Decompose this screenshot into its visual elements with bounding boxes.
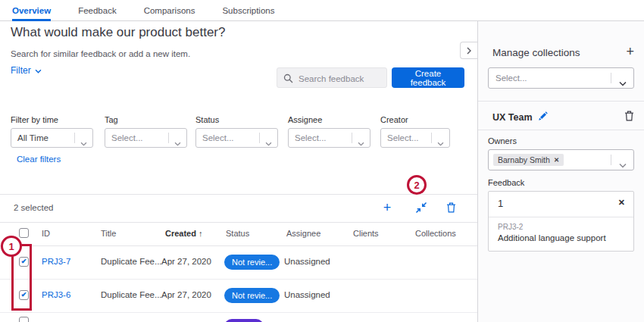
chevron-down-icon: [35, 65, 42, 76]
bulk-action-bar: 2 selected +: [0, 194, 477, 223]
remove-owner-icon[interactable]: ✕: [554, 156, 559, 164]
feedback-id-link[interactable]: PRJ3-7: [42, 257, 70, 266]
owners-select[interactable]: Barnaby Smith ✕: [488, 149, 634, 170]
filter-value-tag: Select...: [111, 129, 143, 147]
filter-select-status[interactable]: Select...: [195, 128, 278, 148]
filter-select-tag[interactable]: Select...: [105, 128, 187, 148]
col-title[interactable]: Title: [101, 229, 116, 238]
create-feedback-button[interactable]: Create feedback: [392, 67, 464, 88]
col-created[interactable]: Created ↑: [165, 229, 203, 238]
chevron-right-icon: [467, 44, 471, 58]
filter-value-creator: Select...: [387, 129, 419, 147]
clear-filters-link[interactable]: Clear filters: [17, 155, 61, 164]
collapse-panel-button[interactable]: [460, 42, 477, 59]
main-panel: What would make our product better? Sear…: [0, 21, 477, 322]
divider: [478, 101, 644, 102]
feedback-collection-box: 1 ✕ PRJ3-2 Additional language support: [488, 191, 634, 252]
add-to-collection-icon[interactable]: +: [380, 200, 395, 215]
delete-feedback-icon[interactable]: [443, 200, 458, 215]
tab-comparisons[interactable]: Comparisons: [144, 0, 195, 20]
sort-asc-icon: ↑: [199, 229, 203, 238]
tab-bar: Overview Feedback Comparisons Subscripti…: [0, 0, 644, 21]
search-input[interactable]: [297, 68, 385, 89]
feedback-title: Duplicate Fee...: [101, 290, 162, 299]
tab-feedback[interactable]: Feedback: [78, 0, 117, 20]
tab-overview[interactable]: Overview: [12, 0, 51, 20]
table-row-partial: [0, 312, 477, 322]
feedback-assignee: Unassigned: [284, 290, 330, 299]
col-status[interactable]: Status: [226, 229, 249, 238]
status-badge[interactable]: [224, 319, 264, 322]
chevron-down-icon: [265, 136, 272, 149]
owner-chip: Barnaby Smith ✕: [493, 154, 564, 166]
page-title: What would make our product better?: [11, 25, 225, 40]
collection-name: UX Team: [492, 111, 548, 123]
close-icon[interactable]: ✕: [618, 198, 625, 208]
feedback-created: Apr 27, 2020: [161, 290, 211, 299]
chevron-down-icon: [174, 136, 181, 149]
page-subtitle: Search for similar feedback or add a new…: [11, 49, 190, 58]
chevron-down-icon: [437, 136, 444, 149]
filter-label-creator: Creator: [380, 115, 408, 124]
feedback-label: Feedback: [488, 178, 524, 187]
tab-subscriptions[interactable]: Subscriptions: [222, 0, 274, 20]
feedback-item-id: PRJ3-2: [498, 223, 523, 231]
manage-collections-panel: Manage collections + Select... UX Team O…: [477, 21, 644, 322]
status-badge[interactable]: Not revie...: [224, 255, 280, 270]
owners-label: Owners: [488, 136, 517, 145]
filter-toggle[interactable]: Filter: [11, 65, 42, 76]
feedback-created: Apr 27, 2020: [161, 257, 211, 266]
table-header: ID Title Created ↑ Status Assignee Clien…: [0, 221, 477, 246]
col-id[interactable]: ID: [42, 229, 50, 238]
selected-count: 2 selected: [14, 203, 53, 212]
filter-label-time: Filter by time: [11, 115, 58, 124]
add-collection-icon[interactable]: +: [626, 45, 634, 58]
feedback-id-link[interactable]: PRJ3-6: [42, 290, 70, 299]
select-all-checkbox[interactable]: [19, 228, 29, 238]
feedback-app: Overview Feedback Comparisons Subscripti…: [0, 0, 644, 322]
feedback-assignee: Unassigned: [284, 257, 330, 266]
collection-select[interactable]: Select...: [488, 67, 634, 89]
table-row: ✔ PRJ3-7 Duplicate Fee... Apr 27, 2020 N…: [0, 245, 477, 280]
filter-select-creator[interactable]: Select...: [380, 128, 450, 148]
annotation-step-2: 2: [407, 175, 427, 195]
divider: [489, 217, 633, 217]
filter-label-tag: Tag: [105, 115, 118, 124]
filter-label-assignee: Assignee: [288, 115, 322, 124]
col-clients[interactable]: Clients: [353, 229, 379, 238]
delete-collection-icon[interactable]: [624, 111, 634, 124]
filter-select-assignee[interactable]: Select...: [288, 128, 370, 148]
table-row: ✔ PRJ3-6 Duplicate Fee... Apr 27, 2020 N…: [0, 279, 477, 313]
chevron-down-icon: [80, 136, 87, 149]
chevron-down-icon: [619, 158, 627, 171]
filter-value-time: All Time: [17, 129, 48, 147]
filter-label-status: Status: [195, 115, 219, 124]
col-assignee[interactable]: Assignee: [286, 229, 320, 238]
row-checkbox[interactable]: [19, 317, 29, 322]
feedback-count: 1: [498, 198, 503, 209]
edit-pencil-icon[interactable]: [538, 111, 548, 123]
chevron-down-icon: [358, 136, 364, 149]
sidebar-title: Manage collections: [492, 47, 580, 58]
annotation-step-1: 1: [1, 236, 22, 257]
merge-feedback-icon[interactable]: [414, 200, 429, 215]
filter-value-status: Select...: [202, 129, 234, 147]
filter-value-assignee: Select...: [295, 129, 327, 147]
feedback-title: Duplicate Fee...: [101, 257, 162, 266]
filter-select-time[interactable]: All Time: [11, 128, 93, 148]
chevron-down-icon: [619, 76, 627, 89]
divider: [478, 130, 644, 130]
filter-toggle-label: Filter: [11, 65, 31, 76]
status-badge[interactable]: Not revie...: [224, 288, 280, 303]
search-icon: [283, 73, 293, 86]
feedback-item-title[interactable]: Additional language support: [498, 233, 606, 242]
search-feedback-box: [277, 67, 387, 88]
collection-select-placeholder: Select...: [496, 68, 527, 88]
col-collections[interactable]: Collections: [415, 229, 456, 238]
